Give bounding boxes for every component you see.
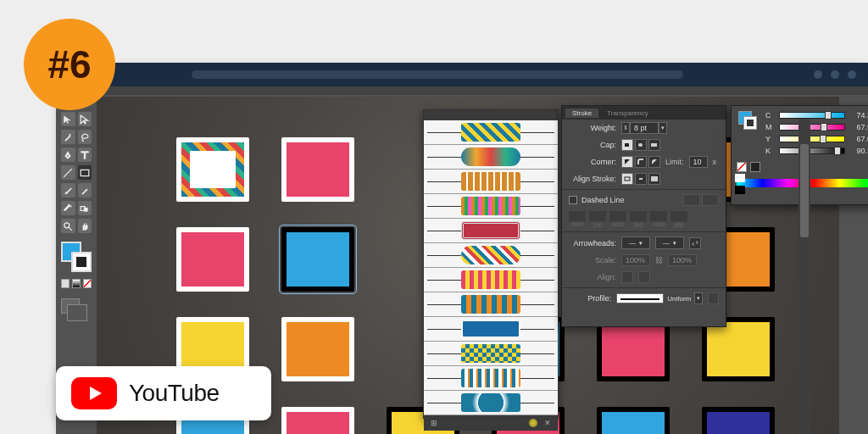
- brush-row[interactable]: [424, 268, 558, 292]
- youtube-pill[interactable]: YouTube: [56, 366, 271, 420]
- tab-stroke[interactable]: Stroke: [565, 108, 598, 118]
- brush-row[interactable]: [424, 194, 558, 219]
- arrow-swap[interactable]: [689, 237, 701, 249]
- tab-transparency[interactable]: Transparency: [600, 108, 655, 118]
- brush-options-icon[interactable]: ✕: [544, 419, 551, 427]
- color-mode-gradient[interactable]: [72, 279, 81, 288]
- lasso-tool[interactable]: [78, 130, 92, 144]
- slider-knob[interactable]: [820, 135, 826, 143]
- brush-list: [424, 120, 558, 415]
- dash-align[interactable]: [702, 194, 719, 206]
- profile-value: Uniform: [667, 295, 691, 303]
- window-dot[interactable]: [848, 70, 856, 79]
- corner-bevel[interactable]: [648, 156, 660, 168]
- color-tile-pink[interactable]: [281, 407, 354, 434]
- selection-tool[interactable]: [61, 112, 75, 126]
- profile-dropdown[interactable]: ▾: [694, 292, 703, 304]
- align-outside[interactable]: [648, 173, 660, 185]
- brush-row[interactable]: [424, 219, 558, 243]
- vertical-scrollbar[interactable]: [798, 119, 810, 434]
- channel-value[interactable]: 67.92: [850, 123, 868, 131]
- align-center[interactable]: [621, 173, 633, 185]
- slider-track[interactable]: [779, 136, 845, 142]
- weight-input[interactable]: 8 pt: [630, 122, 659, 134]
- brush-row[interactable]: [424, 292, 558, 317]
- library-icon[interactable]: ⊞: [431, 419, 437, 427]
- pen-tool[interactable]: [61, 147, 75, 162]
- channel-value[interactable]: 90.15: [850, 147, 868, 155]
- last-color-swatch[interactable]: [750, 162, 760, 172]
- pencil-tool[interactable]: [78, 183, 92, 198]
- brushes-header[interactable]: [424, 110, 558, 120]
- eyedropper-tool[interactable]: [61, 201, 75, 215]
- zoom-tool[interactable]: [61, 219, 75, 233]
- dash-preserve[interactable]: [683, 194, 700, 206]
- brush-row[interactable]: [424, 243, 558, 268]
- brush-row[interactable]: [424, 120, 558, 145]
- color-tile-blue[interactable]: [597, 407, 670, 434]
- slider-track[interactable]: [779, 112, 845, 119]
- brush-row[interactable]: [424, 145, 558, 170]
- app-menubar[interactable]: [56, 86, 868, 95]
- stroke-chip[interactable]: [743, 116, 757, 130]
- scale-a-input[interactable]: 100%: [621, 254, 650, 266]
- url-bar[interactable]: [68, 70, 807, 79]
- brush-row[interactable]: [424, 391, 558, 415]
- stroke-panel[interactable]: Stroke Transparency Weight: ⥮ 8 pt ▾ Cap…: [561, 105, 726, 327]
- color-fillstroke-swatch[interactable]: [738, 111, 757, 130]
- brush-row[interactable]: [424, 317, 558, 342]
- brush-tool[interactable]: [61, 183, 75, 198]
- slider-knob[interactable]: [821, 123, 827, 131]
- profile-flip[interactable]: [708, 292, 719, 304]
- weight-stepper-link[interactable]: ⥮: [621, 122, 630, 134]
- color-tile-pink[interactable]: [176, 227, 249, 292]
- arrow-start[interactable]: — ▾: [621, 236, 650, 249]
- line-tool[interactable]: [61, 165, 75, 180]
- screen-mode[interactable]: [61, 298, 80, 314]
- slider-track[interactable]: [779, 124, 845, 131]
- scale-b-input[interactable]: 100%: [668, 254, 697, 266]
- color-tile-blue[interactable]: [281, 227, 354, 292]
- scroll-thumb[interactable]: [800, 144, 809, 237]
- window-dot[interactable]: [831, 70, 839, 79]
- weight-dropdown[interactable]: ▾: [659, 122, 667, 134]
- rectangle-tool[interactable]: [78, 165, 92, 180]
- slider-knob[interactable]: [834, 147, 841, 155]
- color-mode-none[interactable]: [83, 279, 92, 288]
- window-dot[interactable]: [814, 70, 822, 79]
- corner-miter[interactable]: [621, 156, 633, 168]
- dashed-checkbox[interactable]: [569, 196, 577, 204]
- blend-tool[interactable]: [78, 201, 92, 215]
- cap-butt[interactable]: [621, 139, 633, 151]
- brush-row[interactable]: [424, 366, 558, 391]
- arrow-align-tip[interactable]: [621, 271, 633, 283]
- arrow-align-end[interactable]: [638, 271, 650, 283]
- fill-stroke-swatch[interactable]: [61, 242, 92, 272]
- color-tile-pink[interactable]: [281, 137, 354, 202]
- none-swatch[interactable]: [737, 162, 747, 172]
- stroke-swatch[interactable]: [71, 252, 92, 272]
- color-mode-solid[interactable]: [61, 279, 70, 288]
- type-tool[interactable]: [78, 147, 92, 162]
- cap-projecting[interactable]: [648, 139, 660, 151]
- channel-value[interactable]: 67.05: [850, 135, 868, 143]
- pattern-tile[interactable]: [176, 137, 249, 202]
- slider-track[interactable]: [779, 147, 845, 154]
- hand-tool[interactable]: [78, 219, 92, 233]
- brush-row[interactable]: [424, 170, 558, 194]
- corner-label: Corner:: [569, 158, 616, 166]
- brushes-panel[interactable]: ⊞ ✕: [423, 109, 559, 419]
- color-tile-indigo[interactable]: [702, 407, 775, 434]
- cap-round[interactable]: [635, 139, 647, 151]
- magic-wand-tool[interactable]: [61, 130, 75, 144]
- link-icon[interactable]: ⛓: [655, 256, 663, 264]
- limit-input[interactable]: 10: [689, 156, 708, 168]
- color-tile-orange[interactable]: [281, 317, 354, 381]
- slider-knob[interactable]: [825, 111, 832, 120]
- direct-selection-tool[interactable]: [78, 112, 92, 126]
- corner-round[interactable]: [635, 156, 647, 168]
- brush-row[interactable]: [424, 342, 558, 366]
- align-inside[interactable]: [635, 173, 647, 185]
- channel-value[interactable]: 74.37: [850, 111, 868, 120]
- arrow-end[interactable]: — ▾: [655, 236, 684, 249]
